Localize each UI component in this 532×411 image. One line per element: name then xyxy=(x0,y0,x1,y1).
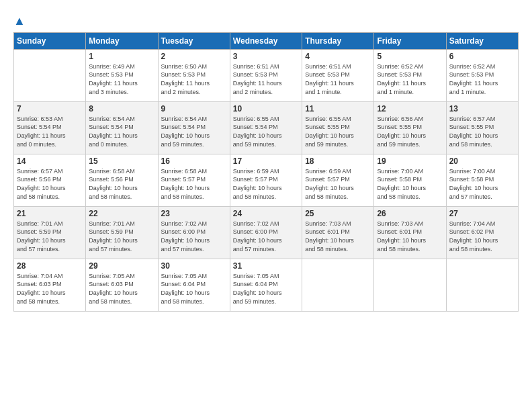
calendar-cell: 30Sunrise: 7:05 AM Sunset: 6:04 PM Dayli… xyxy=(158,259,230,311)
calendar-cell: 16Sunrise: 6:58 AM Sunset: 5:57 PM Dayli… xyxy=(158,154,230,206)
day-number: 20 xyxy=(449,156,515,166)
calendar-cell: 24Sunrise: 7:02 AM Sunset: 6:00 PM Dayli… xyxy=(230,206,302,259)
calendar-cell: 9Sunrise: 6:54 AM Sunset: 5:54 PM Daylig… xyxy=(158,101,230,154)
calendar-cell: 7Sunrise: 6:53 AM Sunset: 5:54 PM Daylig… xyxy=(14,101,86,154)
day-number: 3 xyxy=(233,52,299,61)
day-number: 26 xyxy=(377,209,443,218)
day-number: 4 xyxy=(305,52,371,61)
day-info: Sunrise: 7:02 AM Sunset: 6:00 PM Dayligh… xyxy=(161,220,227,253)
week-row-4: 21Sunrise: 7:01 AM Sunset: 5:59 PM Dayli… xyxy=(14,206,519,259)
calendar-cell: 15Sunrise: 6:58 AM Sunset: 5:56 PM Dayli… xyxy=(86,154,158,206)
day-number: 21 xyxy=(17,209,83,218)
day-number: 6 xyxy=(449,52,515,61)
day-number: 22 xyxy=(89,209,154,218)
day-info: Sunrise: 6:58 AM Sunset: 5:57 PM Dayligh… xyxy=(161,167,227,201)
day-number: 15 xyxy=(89,156,154,166)
week-row-1: 1Sunrise: 6:49 AM Sunset: 5:53 PM Daylig… xyxy=(14,49,519,101)
header: ▲ xyxy=(13,12,519,27)
calendar-cell: 22Sunrise: 7:01 AM Sunset: 5:59 PM Dayli… xyxy=(86,206,158,259)
day-number: 27 xyxy=(449,209,515,218)
day-number: 7 xyxy=(17,104,83,113)
day-info: Sunrise: 6:50 AM Sunset: 5:53 PM Dayligh… xyxy=(161,62,227,96)
calendar-cell: 6Sunrise: 6:52 AM Sunset: 5:53 PM Daylig… xyxy=(446,49,518,101)
calendar-cell: 5Sunrise: 6:52 AM Sunset: 5:53 PM Daylig… xyxy=(374,49,446,101)
page: ▲ SundayMondayTuesdayWednesdayThursdayFr… xyxy=(0,0,532,411)
calendar-cell: 27Sunrise: 7:04 AM Sunset: 6:02 PM Dayli… xyxy=(446,206,518,259)
calendar-cell: 28Sunrise: 7:04 AM Sunset: 6:03 PM Dayli… xyxy=(14,259,86,311)
weekday-header-thursday: Thursday xyxy=(302,32,374,49)
day-info: Sunrise: 7:04 AM Sunset: 6:02 PM Dayligh… xyxy=(449,220,515,253)
day-info: Sunrise: 7:01 AM Sunset: 5:59 PM Dayligh… xyxy=(89,220,154,253)
day-info: Sunrise: 6:59 AM Sunset: 5:57 PM Dayligh… xyxy=(305,167,371,201)
calendar-cell: 23Sunrise: 7:02 AM Sunset: 6:00 PM Dayli… xyxy=(158,206,230,259)
day-info: Sunrise: 6:55 AM Sunset: 5:55 PM Dayligh… xyxy=(305,115,371,148)
calendar-cell: 20Sunrise: 7:00 AM Sunset: 5:58 PM Dayli… xyxy=(446,154,518,206)
day-number: 30 xyxy=(161,261,227,271)
day-info: Sunrise: 6:54 AM Sunset: 5:54 PM Dayligh… xyxy=(89,115,154,148)
day-info: Sunrise: 6:52 AM Sunset: 5:53 PM Dayligh… xyxy=(377,62,443,96)
calendar-cell: 4Sunrise: 6:51 AM Sunset: 5:53 PM Daylig… xyxy=(302,49,374,101)
calendar-cell: 10Sunrise: 6:55 AM Sunset: 5:54 PM Dayli… xyxy=(230,101,302,154)
day-info: Sunrise: 7:00 AM Sunset: 5:58 PM Dayligh… xyxy=(377,167,443,201)
weekday-header-tuesday: Tuesday xyxy=(158,32,230,49)
week-row-2: 7Sunrise: 6:53 AM Sunset: 5:54 PM Daylig… xyxy=(14,101,519,154)
day-info: Sunrise: 6:57 AM Sunset: 5:56 PM Dayligh… xyxy=(17,167,83,201)
weekday-header-wednesday: Wednesday xyxy=(230,32,302,49)
weekday-header-sunday: Sunday xyxy=(14,32,86,49)
day-number: 16 xyxy=(161,156,227,166)
day-info: Sunrise: 6:58 AM Sunset: 5:56 PM Dayligh… xyxy=(89,167,154,201)
day-number: 14 xyxy=(17,156,83,166)
calendar-cell: 19Sunrise: 7:00 AM Sunset: 5:58 PM Dayli… xyxy=(374,154,446,206)
day-number: 9 xyxy=(161,104,227,113)
calendar-cell: 17Sunrise: 6:59 AM Sunset: 5:57 PM Dayli… xyxy=(230,154,302,206)
day-number: 24 xyxy=(233,209,299,218)
day-info: Sunrise: 7:05 AM Sunset: 6:04 PM Dayligh… xyxy=(161,272,227,306)
calendar-cell: 31Sunrise: 7:05 AM Sunset: 6:04 PM Dayli… xyxy=(230,259,302,311)
weekday-header-row: SundayMondayTuesdayWednesdayThursdayFrid… xyxy=(14,32,519,49)
day-info: Sunrise: 7:03 AM Sunset: 6:01 PM Dayligh… xyxy=(377,220,443,253)
day-info: Sunrise: 6:54 AM Sunset: 5:54 PM Dayligh… xyxy=(161,115,227,148)
day-number: 12 xyxy=(377,104,443,113)
day-info: Sunrise: 6:57 AM Sunset: 5:55 PM Dayligh… xyxy=(449,115,515,148)
day-number: 28 xyxy=(17,261,83,271)
day-info: Sunrise: 6:51 AM Sunset: 5:53 PM Dayligh… xyxy=(305,62,371,96)
day-number: 31 xyxy=(233,261,299,271)
day-info: Sunrise: 7:04 AM Sunset: 6:03 PM Dayligh… xyxy=(17,272,83,306)
calendar-cell: 8Sunrise: 6:54 AM Sunset: 5:54 PM Daylig… xyxy=(86,101,158,154)
day-info: Sunrise: 6:52 AM Sunset: 5:53 PM Dayligh… xyxy=(449,62,515,96)
day-number: 25 xyxy=(305,209,371,218)
logo-icon-shape: ▲ xyxy=(13,14,26,28)
calendar-cell: 3Sunrise: 6:51 AM Sunset: 5:53 PM Daylig… xyxy=(230,49,302,101)
calendar-cell: 12Sunrise: 6:56 AM Sunset: 5:55 PM Dayli… xyxy=(374,101,446,154)
day-number: 13 xyxy=(449,104,515,113)
weekday-header-saturday: Saturday xyxy=(446,32,518,49)
day-number: 11 xyxy=(305,104,371,113)
day-info: Sunrise: 7:05 AM Sunset: 6:03 PM Dayligh… xyxy=(89,272,154,306)
day-info: Sunrise: 7:03 AM Sunset: 6:01 PM Dayligh… xyxy=(305,220,371,253)
day-number: 29 xyxy=(89,261,154,271)
day-info: Sunrise: 6:56 AM Sunset: 5:55 PM Dayligh… xyxy=(377,115,443,148)
calendar-cell: 29Sunrise: 7:05 AM Sunset: 6:03 PM Dayli… xyxy=(86,259,158,311)
day-info: Sunrise: 6:59 AM Sunset: 5:57 PM Dayligh… xyxy=(233,167,299,201)
day-info: Sunrise: 7:05 AM Sunset: 6:04 PM Dayligh… xyxy=(233,272,299,306)
day-info: Sunrise: 6:51 AM Sunset: 5:53 PM Dayligh… xyxy=(233,62,299,96)
day-number: 19 xyxy=(377,156,443,166)
day-info: Sunrise: 7:02 AM Sunset: 6:00 PM Dayligh… xyxy=(233,220,299,253)
day-number: 23 xyxy=(161,209,227,218)
calendar-cell: 26Sunrise: 7:03 AM Sunset: 6:01 PM Dayli… xyxy=(374,206,446,259)
week-row-3: 14Sunrise: 6:57 AM Sunset: 5:56 PM Dayli… xyxy=(14,154,519,206)
calendar-cell xyxy=(302,259,374,311)
week-row-5: 28Sunrise: 7:04 AM Sunset: 6:03 PM Dayli… xyxy=(14,259,519,311)
day-info: Sunrise: 7:01 AM Sunset: 5:59 PM Dayligh… xyxy=(17,220,83,253)
calendar-cell xyxy=(374,259,446,311)
calendar-cell xyxy=(446,259,518,311)
day-info: Sunrise: 6:55 AM Sunset: 5:54 PM Dayligh… xyxy=(233,115,299,148)
calendar-cell: 14Sunrise: 6:57 AM Sunset: 5:56 PM Dayli… xyxy=(14,154,86,206)
calendar-cell: 25Sunrise: 7:03 AM Sunset: 6:01 PM Dayli… xyxy=(302,206,374,259)
day-number: 17 xyxy=(233,156,299,166)
calendar-cell: 13Sunrise: 6:57 AM Sunset: 5:55 PM Dayli… xyxy=(446,101,518,154)
day-number: 8 xyxy=(89,104,154,113)
weekday-header-friday: Friday xyxy=(374,32,446,49)
day-number: 2 xyxy=(161,52,227,61)
calendar-cell: 21Sunrise: 7:01 AM Sunset: 5:59 PM Dayli… xyxy=(14,206,86,259)
